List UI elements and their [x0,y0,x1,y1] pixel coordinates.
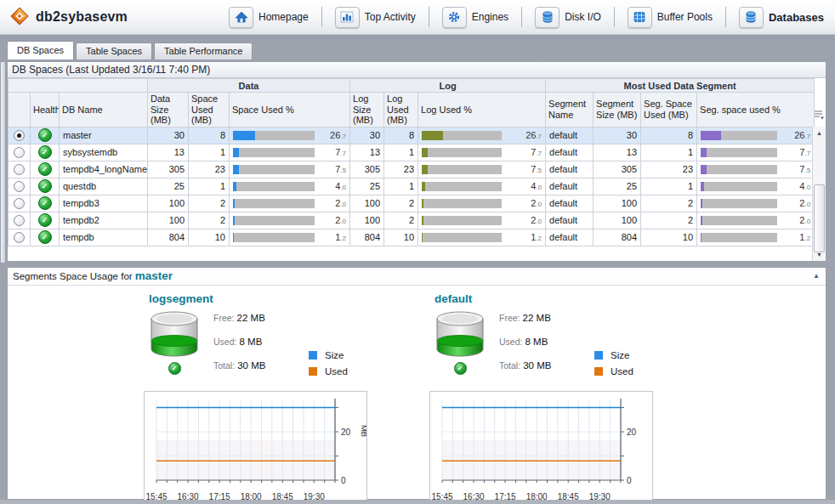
row-select-radio[interactable] [14,215,25,226]
col-header-space-used[interactable]: Space Used (MB) [189,93,230,127]
row-select-radio[interactable] [14,164,25,175]
legend-item-used: Used [594,366,633,377]
table-row[interactable]: ✓master30826.730826.7default30826.7 [9,127,815,144]
column-chooser-icon[interactable] [813,109,825,121]
col-header-log-used[interactable]: Log Used (MB) [384,93,418,127]
scrollbar-down-icon[interactable]: ▼ [813,248,826,261]
group-header-segment: Most Used Data Segment [546,79,815,93]
gear-icon [442,7,467,28]
log-used-pct-cell: 1.2 [418,229,546,246]
log-size-cell: 804 [350,229,384,246]
nav-item-homepage[interactable]: Homepage [218,7,320,28]
space-used-pct-cell: 26.7 [230,127,350,144]
seg-space-used-pct-cell: 7.5 [697,161,815,178]
row-select-radio[interactable] [14,130,25,141]
seg-space-used-pct-cell: 7.7 [697,144,815,161]
collapse-panel-icon[interactable]: ▲ [813,268,820,285]
tab-table-performance[interactable]: Table Performance [154,42,253,59]
segment-used-stat: Used: 8 MB [499,337,594,360]
table-scrollbar[interactable]: ▲ ▼ [812,127,826,261]
scrollbar-up-icon[interactable]: ▲ [813,127,826,139]
segment-group: default ✓ Free: 22 MB Used: 8 MB [429,291,715,504]
seg-space-used-cell: 2 [641,195,697,212]
seg-space-used-cell: 23 [641,161,697,178]
db-spaces-table-wrap: Data Log Most Used Data Segment Health D… [8,78,826,261]
table-row[interactable]: ✓tempdb4_longName305237.5305237.5default… [9,161,815,178]
segment-usage-chart: 15:4516:3017:1518:0018:4519:30020 [429,391,653,504]
db-name-cell: sybsystemdb [60,144,148,161]
row-select-radio[interactable] [14,198,25,209]
db-name-cell: questdb [60,178,148,195]
segment-name-cell: default [546,144,594,161]
row-select-radio[interactable] [14,181,25,192]
left-splitter[interactable] [0,61,6,263]
group-header-log: Log [350,79,546,93]
db-name-cell: tempdb4_longName [60,161,148,178]
scrollbar-thumb[interactable] [814,184,825,252]
segment-group: logsegment ✓ Free: 22 MB Used: 8 MB [144,291,429,504]
col-header-health[interactable]: Health [31,93,60,127]
col-header-log-used-pct[interactable]: Log Used % [418,93,546,127]
log-used-cell: 2 [384,195,418,212]
db-spaces-panel: DB Spaces (Last Updated 3/16/11 7:40 PM)… [7,61,826,262]
db-spaces-table: Data Log Most Used Data Segment Health D… [8,78,815,246]
table-row[interactable]: ✓questdb2514.02514.0default2514.0 [9,178,815,195]
seg-space-used-pct-cell: 26.7 [697,127,815,144]
space-used-cell: 8 [189,127,230,144]
seg-space-used-cell: 1 [641,144,697,161]
nav-separator [521,7,522,27]
nav-item-disk-io[interactable]: Disk I/O [524,7,612,28]
nav-label: Homepage [258,11,309,23]
nav-label: Engines [472,11,508,23]
nav-separator [725,7,726,27]
row-select-radio[interactable] [14,232,25,243]
tab-table-spaces[interactable]: Table Spaces [76,42,152,59]
nav-item-buffer-pools[interactable]: Buffer Pools [616,7,724,28]
segments-title-db-name: master [135,269,173,282]
seg-space-used-pct-cell: 2.0 [697,195,815,212]
svg-text:0: 0 [627,476,632,485]
buffer-grid-icon [628,7,652,28]
nav-item-databases[interactable]: Databases [728,7,835,28]
segment-size-cell: 100 [594,195,641,212]
table-row[interactable]: ✓sybsystemdb1317.71317.7default1317.7 [9,144,815,161]
segment-size-cell: 30 [594,127,641,144]
table-row[interactable]: ✓tempdb310022.010022.0default10022.0 [9,195,815,212]
health-ok-icon: ✓ [38,128,52,142]
col-header-segment-size[interactable]: Segment Size (MB) [594,93,641,127]
used-legend-swatch [594,367,603,376]
main-nav: Homepage Top Activity Engines Disk I/O [218,7,835,28]
col-header-segment-name[interactable]: Segment Name [546,93,594,127]
data-size-cell: 100 [148,195,189,212]
tab-db-spaces[interactable]: DB Spaces [7,41,74,59]
nav-item-engines[interactable]: Engines [431,7,520,28]
table-row[interactable]: ✓tempdb210022.010022.0default10022.0 [9,212,815,229]
bottom-border-band [0,500,835,504]
table-row[interactable]: ✓tempdb804101.2804101.2default804101.2 [9,229,815,246]
nav-separator [614,7,615,27]
db-name-cell: master [60,127,148,144]
data-size-cell: 30 [148,127,189,144]
segment-size-cell: 804 [594,229,641,246]
segment-name-cell: default [546,229,594,246]
col-header-data-size[interactable]: Data Size (MB) [148,93,189,127]
log-used-pct-cell: 4.0 [418,178,546,195]
col-header-space-used-pct[interactable]: Space Used % [230,93,350,127]
nav-item-top-activity[interactable]: Top Activity [324,7,427,28]
row-select-radio[interactable] [14,147,25,158]
col-header-db-name[interactable]: DB Name [60,93,148,127]
space-used-pct-cell: 7.7 [230,144,350,161]
db-name-cell: tempdb3 [60,195,148,212]
size-legend-swatch [594,351,603,360]
segment-name-cell: default [546,161,594,178]
log-used-cell: 8 [384,127,418,144]
space-used-cell: 10 [189,229,230,246]
segment-name-cell: default [546,195,594,212]
svg-text:MB: MB [360,425,366,437]
segment-usage-chart: 15:4516:3017:1518:0018:4519:30020MB [144,391,367,504]
col-header-seg-space-used-pct[interactable]: Seg. space used % [697,93,815,127]
col-header-log-size[interactable]: Log Size (MB) [350,93,384,127]
data-size-cell: 305 [148,161,189,178]
col-header-seg-space-used[interactable]: Seg. Space Used (MB) [641,93,697,127]
chart-legend: Size Used [594,310,633,383]
